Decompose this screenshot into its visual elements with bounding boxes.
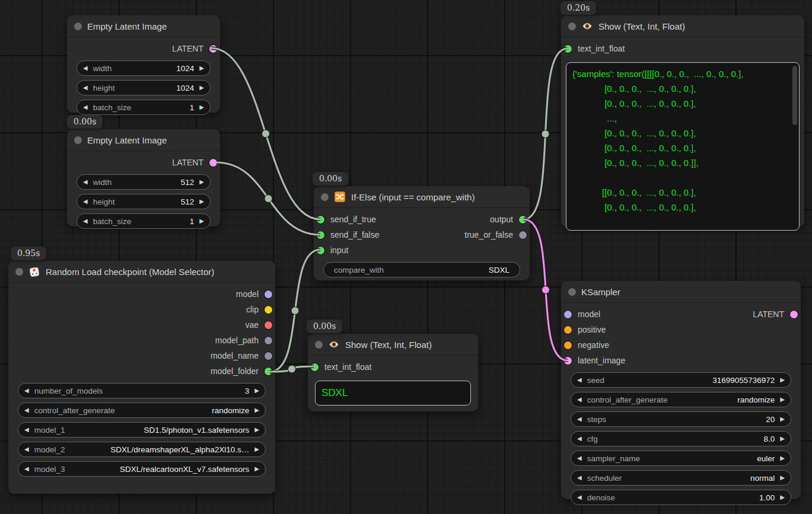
increment-arrow-icon[interactable]: ▶ (199, 179, 204, 185)
node-title-bar[interactable]: KSampler (561, 281, 801, 303)
node-ksampler[interactable]: KSampler model LATENT positive negative (561, 281, 801, 499)
widget-height[interactable]: ◀ height 1024 ▶ (77, 80, 211, 95)
input-dot-latent-image[interactable] (564, 357, 572, 365)
input-dot-input[interactable] (317, 247, 324, 254)
increment-arrow-icon[interactable]: ▶ (254, 446, 259, 452)
increment-arrow-icon[interactable]: ▶ (780, 436, 785, 442)
increment-arrow-icon[interactable]: ▶ (199, 218, 204, 224)
decrement-arrow-icon[interactable]: ◀ (83, 218, 88, 224)
widget-cfg[interactable]: ◀ cfg 8.0 ▶ (571, 431, 791, 446)
node-show-text-large[interactable]: 0.20s Show (Text, Int, Float) text_int_f… (561, 15, 804, 227)
decrement-arrow-icon[interactable]: ◀ (83, 85, 88, 91)
widget-model-1[interactable]: ◀ model_1 SD1.5/photon_v1.safetensors ▶ (18, 422, 266, 438)
node-title-bar[interactable]: Random Load checkpoint (Model Selector) (8, 261, 275, 283)
output-dot-output[interactable] (519, 216, 527, 224)
increment-arrow-icon[interactable]: ▶ (780, 475, 785, 481)
link-midpoint-dot[interactable] (265, 195, 272, 203)
node-status-dot[interactable] (315, 341, 323, 349)
increment-arrow-icon[interactable]: ▶ (199, 199, 204, 205)
decrement-arrow-icon[interactable]: ◀ (577, 455, 582, 461)
input-dot-positive[interactable] (564, 326, 572, 334)
node-random-load-checkpoint[interactable]: 0.95s Random Load checkpoint (Model Sele… (8, 261, 275, 494)
node-graph-canvas[interactable]: Empty Latent Image LATENT ◀ width 1024 ▶… (0, 0, 812, 514)
increment-arrow-icon[interactable]: ▶ (199, 85, 204, 91)
decrement-arrow-icon[interactable]: ◀ (83, 65, 88, 71)
input-dot-text-int-float[interactable] (311, 363, 319, 371)
widget-number-of-models[interactable]: ◀ number_of_models 3 ▶ (18, 383, 266, 398)
widget-batch-size[interactable]: ◀ batch_size 1 ▶ (77, 100, 211, 115)
output-dot-latent[interactable] (209, 159, 217, 167)
widget-seed[interactable]: ◀ seed 31699055736972 ▶ (571, 372, 791, 388)
increment-arrow-icon[interactable]: ▶ (199, 104, 204, 110)
widget-control-after-generate[interactable]: ◀ control_after_generate randomize ▶ (571, 392, 791, 407)
increment-arrow-icon[interactable]: ▶ (780, 377, 785, 383)
decrement-arrow-icon[interactable]: ◀ (24, 388, 29, 394)
input-dot-send-if-true[interactable] (317, 216, 324, 224)
node-title-bar[interactable]: Show (Text, Int, Float) (308, 334, 478, 356)
input-dot-negative[interactable] (564, 341, 572, 349)
node-status-dot[interactable] (568, 288, 576, 296)
node-status-dot[interactable] (15, 268, 23, 276)
node-if-else[interactable]: 0.00s If-Else (input == compare_with) se… (314, 186, 530, 280)
input-dot-send-if-false[interactable] (317, 231, 324, 239)
display-textbox[interactable]: {'samples': tensor([[[[0., 0., 0., ..., … (566, 62, 800, 231)
widget-scheduler[interactable]: ◀ scheduler normal ▶ (571, 470, 791, 486)
output-dot-model-name[interactable] (265, 352, 272, 360)
decrement-arrow-icon[interactable]: ◀ (24, 407, 29, 413)
increment-arrow-icon[interactable]: ▶ (254, 466, 259, 472)
input-dot-model[interactable] (564, 311, 572, 318)
increment-arrow-icon[interactable]: ▶ (780, 494, 785, 500)
node-status-dot[interactable] (321, 193, 329, 201)
widget-width[interactable]: ◀ width 512 ▶ (77, 174, 211, 190)
decrement-arrow-icon[interactable]: ◀ (83, 104, 88, 110)
output-dot-latent[interactable] (790, 311, 798, 318)
node-empty-latent-image-1[interactable]: Empty Latent Image LATENT ◀ width 1024 ▶… (67, 15, 220, 113)
decrement-arrow-icon[interactable]: ◀ (577, 475, 582, 481)
decrement-arrow-icon[interactable]: ◀ (577, 436, 582, 442)
output-dot-model-folder[interactable] (265, 368, 272, 375)
node-title-bar[interactable]: Show (Text, Int, Float) (561, 15, 804, 37)
decrement-arrow-icon[interactable]: ◀ (577, 397, 582, 403)
input-dot-text-int-float[interactable] (564, 45, 572, 53)
increment-arrow-icon[interactable]: ▶ (780, 416, 785, 422)
node-status-dot[interactable] (568, 23, 576, 30)
decrement-arrow-icon[interactable]: ◀ (577, 416, 582, 422)
increment-arrow-icon[interactable]: ▶ (254, 427, 259, 433)
node-title-bar[interactable]: Empty Latent Image (67, 15, 220, 37)
decrement-arrow-icon[interactable]: ◀ (83, 179, 88, 185)
output-dot-clip[interactable] (265, 306, 272, 314)
widget-sampler-name[interactable]: ◀ sampler_name euler ▶ (571, 451, 791, 466)
increment-arrow-icon[interactable]: ▶ (780, 397, 785, 403)
decrement-arrow-icon[interactable]: ◀ (577, 494, 582, 500)
output-dot-model[interactable] (265, 290, 272, 298)
output-dot-vae[interactable] (265, 321, 272, 329)
widget-control-after-generate[interactable]: ◀ control_after_generate randomize ▶ (18, 403, 266, 418)
widget-model-3[interactable]: ◀ model_3 SDXL/realcartoonXL_v7.safetens… (18, 461, 266, 477)
widget-steps[interactable]: ◀ steps 20 ▶ (571, 411, 791, 427)
widget-denoise[interactable]: ◀ denoise 1.00 ▶ (571, 490, 791, 505)
link-midpoint-dot[interactable] (288, 365, 296, 373)
widget-height[interactable]: ◀ height 512 ▶ (77, 194, 211, 209)
increment-arrow-icon[interactable]: ▶ (254, 407, 259, 413)
decrement-arrow-icon[interactable]: ◀ (83, 199, 88, 205)
node-status-dot[interactable] (74, 23, 82, 30)
node-title-bar[interactable]: If-Else (input == compare_with) (314, 186, 530, 208)
output-dot-true-or-false[interactable] (519, 231, 527, 239)
increment-arrow-icon[interactable]: ▶ (199, 65, 204, 71)
link-midpoint-dot[interactable] (542, 130, 549, 138)
node-status-dot[interactable] (74, 136, 82, 144)
decrement-arrow-icon[interactable]: ◀ (24, 427, 29, 433)
widget-width[interactable]: ◀ width 1024 ▶ (77, 60, 211, 76)
output-dot-latent[interactable] (209, 45, 217, 53)
widget-model-2[interactable]: ◀ model_2 SDXL/dreamshaperXL_alpha2Xl10.… (18, 442, 266, 457)
widget-batch-size[interactable]: ◀ batch_size 1 ▶ (77, 213, 211, 229)
decrement-arrow-icon[interactable]: ◀ (577, 377, 582, 383)
node-title-bar[interactable]: Empty Latent Image (67, 129, 220, 151)
decrement-arrow-icon[interactable]: ◀ (24, 466, 29, 472)
output-dot-model-path[interactable] (265, 337, 272, 344)
link-midpoint-dot[interactable] (291, 307, 299, 315)
link-midpoint-dot[interactable] (262, 130, 270, 138)
link-midpoint-dot[interactable] (542, 286, 550, 294)
widget-compare-with[interactable]: compare_with SDXL (323, 262, 520, 277)
decrement-arrow-icon[interactable]: ◀ (24, 446, 29, 452)
